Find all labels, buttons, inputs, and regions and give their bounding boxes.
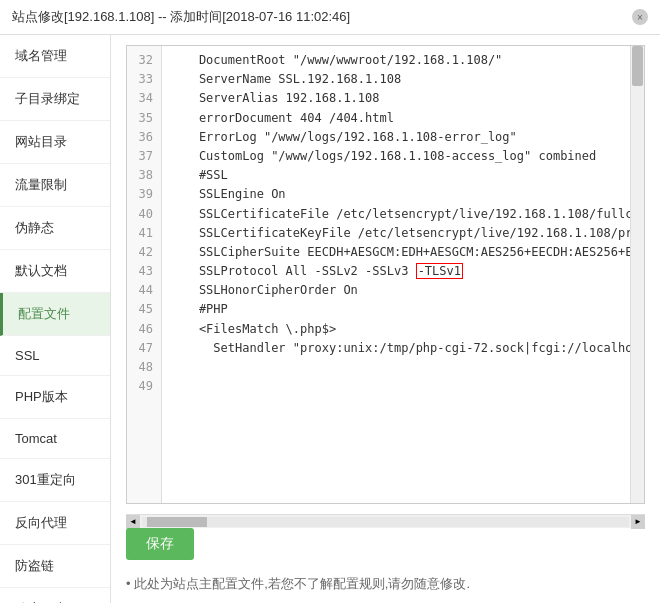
- code-line-36: ErrorLog "/www/logs/192.168.1.108-error_…: [170, 128, 622, 147]
- code-line-43: SSLCipherSuite EECDH+AESGCM:EDH+AESGCM:A…: [170, 243, 622, 262]
- sidebar-item-4[interactable]: 伪静态: [0, 207, 110, 250]
- sidebar-item-2[interactable]: 网站目录: [0, 121, 110, 164]
- sidebar-item-0[interactable]: 域名管理: [0, 35, 110, 78]
- sidebar-item-1[interactable]: 子目录绑定: [0, 78, 110, 121]
- close-button[interactable]: ×: [632, 9, 648, 25]
- sidebar-item-8[interactable]: PHP版本: [0, 376, 110, 419]
- scroll-track[interactable]: [142, 517, 629, 527]
- content-area: 323334353637383940414243444546474849 Doc…: [111, 35, 660, 603]
- main-window: 站点修改[192.168.1.108] -- 添加时间[2018-07-16 1…: [0, 0, 660, 603]
- sidebar-item-13[interactable]: 响应日志: [0, 588, 110, 603]
- line-numbers: 323334353637383940414243444546474849: [127, 46, 162, 503]
- code-line-37: CustomLog "/www/logs/192.168.1.108-acces…: [170, 147, 622, 166]
- code-content[interactable]: DocumentRoot "/www/wwwroot/192.168.1.108…: [162, 46, 630, 503]
- sidebar-item-3[interactable]: 流量限制: [0, 164, 110, 207]
- save-button[interactable]: 保存: [126, 528, 194, 560]
- code-line-32: DocumentRoot "/www/wwwroot/192.168.1.108…: [170, 51, 622, 70]
- sidebar: 域名管理子目录绑定网站目录流量限制伪静态默认文档配置文件SSLPHP版本Tomc…: [0, 35, 111, 603]
- notice-text: 此处为站点主配置文件,若您不了解配置规则,请勿随意修改.: [126, 575, 645, 593]
- scroll-left-btn[interactable]: ◄: [126, 515, 140, 529]
- code-line-49: SetHandler "proxy:unix:/tmp/php-cgi-72.s…: [170, 339, 622, 358]
- code-line-34: ServerAlias 192.168.1.108: [170, 89, 622, 108]
- code-line-42: SSLCertificateKeyFile /etc/letsencrypt/l…: [170, 224, 622, 243]
- scroll-right-btn[interactable]: ►: [631, 515, 645, 529]
- main-content: 域名管理子目录绑定网站目录流量限制伪静态默认文档配置文件SSLPHP版本Tomc…: [0, 35, 660, 603]
- scrollbar-thumb[interactable]: [632, 46, 643, 86]
- code-line-40: SSLEngine On: [170, 185, 622, 204]
- code-line-33: ServerName SSL.192.168.1.108: [170, 70, 622, 89]
- sidebar-item-10[interactable]: 301重定向: [0, 459, 110, 502]
- window-title: 站点修改[192.168.1.108] -- 添加时间[2018-07-16 1…: [12, 8, 350, 26]
- title-bar: 站点修改[192.168.1.108] -- 添加时间[2018-07-16 1…: [0, 0, 660, 35]
- code-line-45: SSLHonorCipherOrder On: [170, 281, 622, 300]
- code-line-39: #SSL: [170, 166, 622, 185]
- code-line-48: <FilesMatch \.php$>: [170, 320, 622, 339]
- sidebar-item-5[interactable]: 默认文档: [0, 250, 110, 293]
- sidebar-item-11[interactable]: 反向代理: [0, 502, 110, 545]
- code-line-44: SSLProtocol All -SSLv2 -SSLv3 -TLSv1: [170, 262, 622, 281]
- code-editor[interactable]: 323334353637383940414243444546474849 Doc…: [126, 45, 645, 504]
- horizontal-scrollbar[interactable]: ◄ ►: [126, 514, 645, 528]
- scroll-thumb[interactable]: [147, 517, 207, 527]
- sidebar-item-12[interactable]: 防盗链: [0, 545, 110, 588]
- code-line-35: errorDocument 404 /404.html: [170, 109, 622, 128]
- code-line-41: SSLCertificateFile /etc/letsencrypt/live…: [170, 205, 622, 224]
- sidebar-item-7[interactable]: SSL: [0, 336, 110, 376]
- highlighted-text: -TLSv1: [416, 263, 463, 279]
- sidebar-item-6[interactable]: 配置文件: [0, 293, 110, 336]
- vertical-scrollbar[interactable]: [630, 46, 644, 503]
- code-line-47: #PHP: [170, 300, 622, 319]
- sidebar-item-9[interactable]: Tomcat: [0, 419, 110, 459]
